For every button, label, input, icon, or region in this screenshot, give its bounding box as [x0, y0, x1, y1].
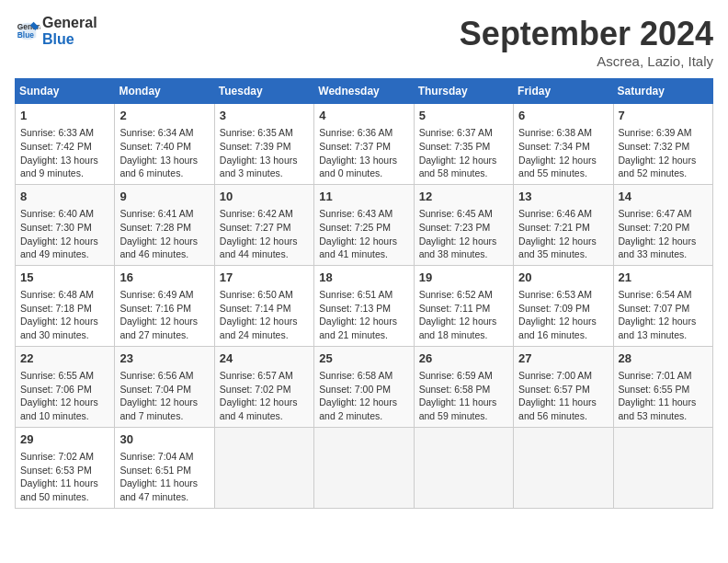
- calendar-cell: 6Sunrise: 6:38 AMSunset: 7:34 PMDaylight…: [514, 104, 613, 185]
- day-number: 8: [20, 189, 109, 205]
- day-number: 22: [20, 350, 109, 367]
- calendar-cell: 4Sunrise: 6:36 AMSunset: 7:37 PMDaylight…: [314, 104, 414, 185]
- daylight: Daylight: 12 hours and 10 minutes.: [20, 396, 98, 421]
- sunset: Sunset: 7:21 PM: [518, 222, 590, 233]
- day-number: 15: [20, 270, 109, 286]
- sunrise: Sunrise: 6:43 AM: [319, 208, 392, 219]
- day-number: 18: [319, 270, 408, 286]
- day-number: 6: [518, 108, 608, 124]
- calendar-cell: 29Sunrise: 7:02 AMSunset: 6:53 PMDayligh…: [16, 427, 115, 508]
- sunrise: Sunrise: 6:36 AM: [319, 127, 392, 138]
- sunset: Sunset: 7:02 PM: [220, 384, 291, 395]
- daylight: Daylight: 12 hours and 30 minutes.: [20, 316, 98, 340]
- sunset: Sunset: 7:34 PM: [518, 141, 590, 152]
- calendar-cell: [514, 427, 613, 508]
- sunset: Sunset: 6:51 PM: [119, 465, 191, 476]
- day-number: 27: [518, 350, 608, 367]
- daylight: Daylight: 12 hours and 21 minutes.: [319, 316, 397, 340]
- weekday-header: Monday: [115, 79, 214, 104]
- weekday-header: Thursday: [414, 79, 513, 104]
- day-number: 19: [419, 270, 508, 286]
- title-block: September 2024 Ascrea, Lazio, Italy: [460, 15, 713, 69]
- daylight: Daylight: 12 hours and 41 minutes.: [319, 236, 397, 260]
- daylight: Daylight: 12 hours and 35 minutes.: [518, 236, 597, 260]
- daylight: Daylight: 11 hours and 50 minutes.: [20, 477, 98, 502]
- sunrise: Sunrise: 6:34 AM: [119, 127, 193, 138]
- sunset: Sunset: 7:13 PM: [319, 303, 391, 314]
- calendar-week-row: 8Sunrise: 6:40 AMSunset: 7:30 PMDaylight…: [16, 184, 713, 265]
- location: Ascrea, Lazio, Italy: [460, 53, 713, 69]
- sunrise: Sunrise: 6:51 AM: [319, 289, 392, 300]
- day-number: 20: [518, 270, 608, 286]
- sunrise: Sunrise: 6:56 AM: [119, 370, 193, 381]
- calendar-cell: 10Sunrise: 6:42 AMSunset: 7:27 PMDayligh…: [214, 184, 313, 265]
- sunrise: Sunrise: 6:48 AM: [20, 289, 94, 300]
- daylight: Daylight: 12 hours and 2 minutes.: [319, 396, 397, 421]
- sunrise: Sunrise: 6:52 AM: [419, 289, 493, 300]
- day-number: 25: [319, 350, 408, 367]
- daylight: Daylight: 12 hours and 13 minutes.: [619, 316, 697, 340]
- weekday-header: Sunday: [16, 79, 115, 104]
- daylight: Daylight: 11 hours and 53 minutes.: [619, 396, 697, 421]
- calendar-cell: 26Sunrise: 6:59 AMSunset: 6:58 PMDayligh…: [414, 346, 513, 427]
- page-header: General Blue General Blue September 2024…: [15, 15, 713, 69]
- sunset: Sunset: 7:32 PM: [619, 141, 690, 152]
- sunset: Sunset: 7:20 PM: [619, 222, 690, 233]
- calendar-cell: 23Sunrise: 6:56 AMSunset: 7:04 PMDayligh…: [115, 346, 214, 427]
- sunset: Sunset: 7:27 PM: [220, 222, 291, 233]
- sunset: Sunset: 7:28 PM: [119, 222, 191, 233]
- daylight: Daylight: 12 hours and 58 minutes.: [419, 155, 497, 179]
- calendar-cell: 7Sunrise: 6:39 AMSunset: 7:32 PMDaylight…: [613, 104, 712, 185]
- sunrise: Sunrise: 6:37 AM: [419, 127, 493, 138]
- calendar-cell: 3Sunrise: 6:35 AMSunset: 7:39 PMDaylight…: [214, 104, 313, 185]
- day-number: 5: [419, 108, 508, 124]
- sunset: Sunset: 7:04 PM: [119, 384, 191, 395]
- calendar-cell: 13Sunrise: 6:46 AMSunset: 7:21 PMDayligh…: [514, 184, 613, 265]
- sunrise: Sunrise: 6:39 AM: [619, 127, 692, 138]
- sunrise: Sunrise: 6:46 AM: [518, 208, 592, 219]
- calendar-cell: 19Sunrise: 6:52 AMSunset: 7:11 PMDayligh…: [414, 265, 513, 346]
- calendar-cell: [613, 427, 712, 508]
- day-number: 17: [220, 270, 309, 286]
- logo-general: General: [42, 15, 97, 31]
- calendar-cell: [214, 427, 313, 508]
- sunrise: Sunrise: 6:45 AM: [419, 208, 493, 219]
- sunrise: Sunrise: 7:00 AM: [518, 370, 592, 381]
- day-number: 10: [220, 189, 309, 205]
- daylight: Daylight: 11 hours and 59 minutes.: [419, 396, 497, 421]
- sunset: Sunset: 7:07 PM: [619, 303, 690, 314]
- day-number: 26: [419, 350, 508, 367]
- sunset: Sunset: 7:14 PM: [220, 303, 291, 314]
- calendar-cell: 20Sunrise: 6:53 AMSunset: 7:09 PMDayligh…: [514, 265, 613, 346]
- calendar-cell: 2Sunrise: 6:34 AMSunset: 7:40 PMDaylight…: [115, 104, 214, 185]
- calendar-cell: [414, 427, 513, 508]
- logo-icon: General Blue: [15, 18, 40, 44]
- calendar-cell: 25Sunrise: 6:58 AMSunset: 7:00 PMDayligh…: [314, 346, 414, 427]
- weekday-header-row: SundayMondayTuesdayWednesdayThursdayFrid…: [16, 79, 713, 104]
- daylight: Daylight: 12 hours and 52 minutes.: [619, 155, 697, 179]
- sunrise: Sunrise: 7:01 AM: [619, 370, 692, 381]
- calendar-cell: 8Sunrise: 6:40 AMSunset: 7:30 PMDaylight…: [16, 184, 115, 265]
- daylight: Daylight: 12 hours and 4 minutes.: [220, 396, 298, 421]
- sunset: Sunset: 7:16 PM: [119, 303, 191, 314]
- sunset: Sunset: 7:30 PM: [20, 222, 92, 233]
- day-number: 13: [518, 189, 608, 205]
- sunrise: Sunrise: 6:42 AM: [220, 208, 293, 219]
- daylight: Daylight: 13 hours and 6 minutes.: [119, 155, 198, 179]
- calendar-cell: 24Sunrise: 6:57 AMSunset: 7:02 PMDayligh…: [214, 346, 313, 427]
- sunrise: Sunrise: 6:38 AM: [518, 127, 592, 138]
- weekday-header: Saturday: [613, 79, 712, 104]
- calendar-cell: [314, 427, 414, 508]
- calendar-cell: 27Sunrise: 7:00 AMSunset: 6:57 PMDayligh…: [514, 346, 613, 427]
- day-number: 16: [119, 270, 209, 286]
- sunset: Sunset: 7:06 PM: [20, 384, 92, 395]
- day-number: 2: [119, 108, 209, 124]
- calendar-cell: 1Sunrise: 6:33 AMSunset: 7:42 PMDaylight…: [16, 104, 115, 185]
- sunrise: Sunrise: 6:40 AM: [20, 208, 94, 219]
- daylight: Daylight: 12 hours and 49 minutes.: [20, 236, 98, 260]
- calendar-cell: 18Sunrise: 6:51 AMSunset: 7:13 PMDayligh…: [314, 265, 414, 346]
- daylight: Daylight: 13 hours and 9 minutes.: [20, 155, 98, 179]
- sunrise: Sunrise: 6:57 AM: [220, 370, 293, 381]
- sunrise: Sunrise: 6:35 AM: [220, 127, 293, 138]
- day-number: 12: [419, 189, 508, 205]
